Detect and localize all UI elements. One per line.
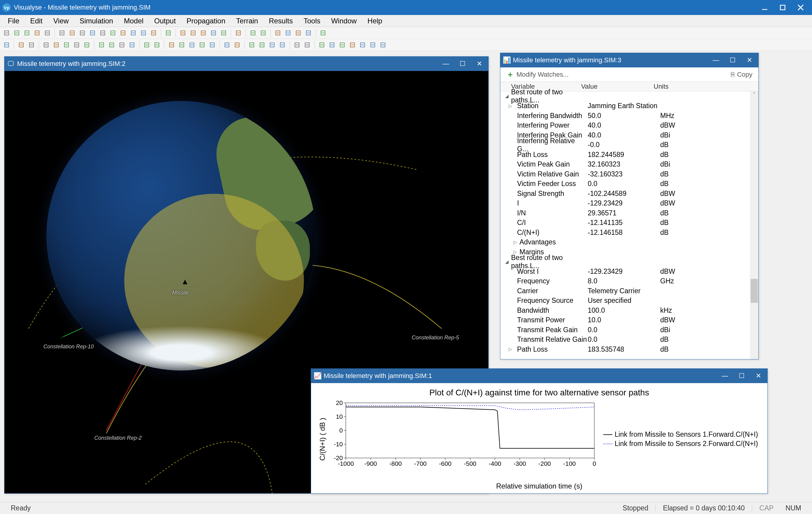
toolbar-button[interactable] <box>303 28 313 38</box>
child-maximize-button[interactable]: ☐ <box>457 60 469 68</box>
menu-simulation[interactable]: Simulation <box>74 15 119 27</box>
table-row[interactable]: Victim Peak Gain32.160323dBi <box>500 160 758 170</box>
toolbar-button[interactable] <box>107 40 116 50</box>
toolbar-button[interactable] <box>128 28 138 38</box>
toolbar-button[interactable] <box>358 40 367 50</box>
toolbar-button[interactable] <box>317 40 327 50</box>
toolbar-button[interactable] <box>78 28 87 38</box>
table-row[interactable]: Frequency SourceUser specified <box>500 296 758 306</box>
toolbar-button[interactable] <box>247 40 257 50</box>
toolbar-button[interactable] <box>327 40 337 50</box>
toolbar-button[interactable] <box>232 40 242 50</box>
toolbar-button[interactable] <box>292 40 302 50</box>
toolbar-button[interactable] <box>178 28 188 38</box>
menu-model[interactable]: Model <box>119 15 149 27</box>
toolbar-button[interactable] <box>318 28 328 38</box>
toolbar-button[interactable] <box>139 28 148 38</box>
menu-window[interactable]: Window <box>326 15 362 27</box>
table-row[interactable]: Interfering Power40.0dBW <box>500 121 758 131</box>
toolbar-button[interactable] <box>117 40 127 50</box>
toolbar-button[interactable] <box>293 28 303 38</box>
toolbar-button[interactable] <box>283 28 293 38</box>
table-row[interactable]: C/(N+I)-12.146158dB <box>500 228 758 237</box>
table-row[interactable]: ▷StationJamming Earth Station <box>500 101 758 111</box>
toolbar-button[interactable] <box>378 40 388 50</box>
toolbar-button[interactable] <box>273 28 283 38</box>
menu-output[interactable]: Output <box>149 15 181 27</box>
toolbar-button[interactable] <box>207 40 217 50</box>
toolbar-button[interactable] <box>22 28 32 38</box>
table-group-row[interactable]: ◢Best route of two paths.L... <box>500 91 758 101</box>
menu-terrain[interactable]: Terrain <box>231 15 263 27</box>
toolbar-button[interactable] <box>257 40 267 50</box>
chart-plot-area[interactable]: -20-1001020-1000-900-800-700-600-500-400… <box>328 400 597 469</box>
child-window-titlebar[interactable]: 📈 Missile telemetry with jamming.SIM:1 —… <box>311 369 767 383</box>
child-minimize-button[interactable]: — <box>440 60 452 68</box>
scroll-up-icon[interactable]: ˄ <box>751 91 757 97</box>
modify-watches-button[interactable]: ＋ Modify Watches... <box>506 69 569 80</box>
menu-edit[interactable]: Edit <box>25 15 48 27</box>
toolbar-button[interactable] <box>41 40 51 50</box>
table-row[interactable]: Interfering Relative G...-0.0dB <box>500 140 758 150</box>
toolbar-button[interactable] <box>82 40 92 50</box>
toolbar-button[interactable] <box>57 28 67 38</box>
toolbar-button[interactable] <box>142 40 151 50</box>
toolbar-button[interactable] <box>167 40 176 50</box>
toolbar-button[interactable] <box>187 40 197 50</box>
toolbar-button[interactable] <box>348 40 357 50</box>
child-minimize-button[interactable]: — <box>710 56 722 64</box>
toolbar-button[interactable] <box>234 28 243 38</box>
child-window-titlebar[interactable]: 🖵 Missile telemetry with jamming.SIM:2 —… <box>4 57 488 71</box>
table-row[interactable]: Transmit Relative Gain0.0dB <box>500 335 758 345</box>
child-window-titlebar[interactable]: 📊 Missile telemetry with jamming.SIM:3 —… <box>500 53 758 67</box>
toolbar-button[interactable] <box>67 28 77 38</box>
toolbar-button[interactable] <box>118 28 128 38</box>
table-row[interactable]: Signal Strength-102.244589dBW <box>500 189 758 199</box>
toolbar-button[interactable] <box>97 40 106 50</box>
collapse-icon[interactable]: ◢ <box>505 93 511 99</box>
collapse-icon[interactable]: ◢ <box>505 259 511 264</box>
table-row[interactable]: ▷Path Loss183.535748dB <box>500 344 758 354</box>
table-row[interactable]: Bandwidth100.0kHz <box>500 306 758 315</box>
toolbar-button[interactable] <box>338 40 347 50</box>
table-row[interactable]: Path Loss182.244589dB <box>500 150 758 160</box>
child-maximize-button[interactable]: ☐ <box>727 56 738 64</box>
toolbar-button[interactable] <box>52 40 61 50</box>
toolbar-button[interactable] <box>108 28 118 38</box>
child-maximize-button[interactable]: ☐ <box>736 372 748 380</box>
table-subgroup-row[interactable]: ▷Advantages <box>500 237 758 248</box>
toolbar-button[interactable] <box>127 40 137 50</box>
toolbar-button[interactable] <box>2 28 11 38</box>
table-row[interactable]: CarrierTelemetry Carrier <box>500 286 758 296</box>
minimize-button[interactable] <box>756 0 774 15</box>
toolbar-button[interactable] <box>2 40 11 50</box>
column-header-value[interactable]: Value <box>581 83 654 90</box>
child-close-button[interactable]: ✕ <box>473 60 485 68</box>
table-row[interactable]: Interfering Bandwidth50.0MHz <box>500 111 758 121</box>
toolbar-button[interactable] <box>248 28 258 38</box>
toolbar-button[interactable] <box>152 40 162 50</box>
toolbar-button[interactable] <box>98 28 108 38</box>
scrollbar-thumb[interactable] <box>751 279 758 303</box>
toolbar-button[interactable] <box>88 28 97 38</box>
toolbar-button[interactable] <box>149 28 158 38</box>
toolbar-button[interactable] <box>62 40 71 50</box>
toolbar-button[interactable] <box>197 40 207 50</box>
table-row[interactable]: Worst I-129.23429dBW <box>500 266 758 277</box>
table-row[interactable]: Victim Relative Gain-32.160323dB <box>500 169 758 179</box>
menu-propagation[interactable]: Propagation <box>181 15 231 27</box>
table-row[interactable]: C/I-12.141135dB <box>500 218 758 228</box>
table-row[interactable]: Victim Feeder Loss0.0dB <box>500 179 758 189</box>
toolbar-button[interactable] <box>17 40 26 50</box>
child-close-button[interactable]: ✕ <box>744 56 755 64</box>
toolbar-button[interactable] <box>72 40 82 50</box>
toolbar-button[interactable] <box>209 28 218 38</box>
table-row[interactable]: I/N29.36571dB <box>500 208 758 218</box>
menu-help[interactable]: Help <box>362 15 387 27</box>
toolbar-button[interactable] <box>164 28 173 38</box>
toolbar-button[interactable] <box>42 28 52 38</box>
maximize-button[interactable] <box>774 0 792 15</box>
table-row[interactable]: Transmit Power10.0dBW <box>500 315 758 325</box>
toolbar-button[interactable] <box>267 40 277 50</box>
toolbar-button[interactable] <box>177 40 186 50</box>
